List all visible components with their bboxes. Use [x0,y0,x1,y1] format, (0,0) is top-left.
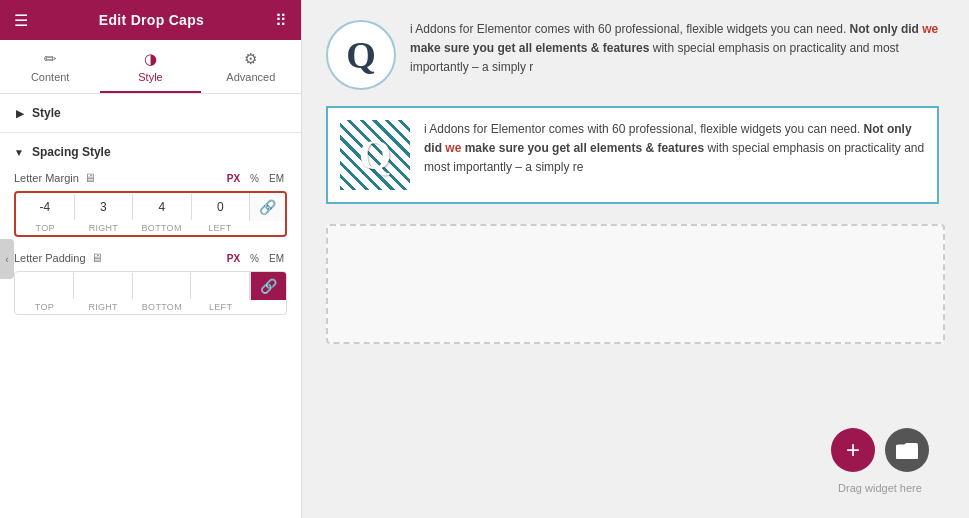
unit-px-margin[interactable]: PX [224,172,243,185]
tab-content[interactable]: ✏ Content [0,40,100,93]
margin-left-label: LEFT [191,223,249,233]
padding-link-button[interactable]: 🔗 [250,272,286,300]
drag-label: Drag widget here [838,482,922,494]
spacing-arrow: ▼ [14,147,24,158]
padding-right-label: RIGHT [74,302,133,312]
grid-icon[interactable]: ⠿ [275,11,287,30]
collapse-handle[interactable]: ‹ [0,239,14,279]
widget-text-1: i Addons for Elementor comes with 60 pro… [410,20,939,78]
preview-area: Q i Addons for Elementor comes with 60 p… [302,0,969,224]
letter-margin-label-row: Letter Margin 🖥 PX % EM [14,171,287,185]
unit-percent-padding[interactable]: % [247,252,262,265]
monitor-icon-padding: 🖥 [91,251,103,265]
left-panel: ☰ Edit Drop Caps ⠿ ✏ Content ◑ Style ⚙ A… [0,0,302,518]
margin-inputs-row: 🔗 [16,193,285,221]
margin-left-input[interactable] [192,194,250,220]
panel-body: ▶ Style ▼ Spacing Style Letter Margin 🖥 … [0,94,301,518]
style-section-header[interactable]: ▶ Style [0,94,301,133]
margin-bottom-input[interactable] [133,194,192,220]
right-panel: Q i Addons for Elementor comes with 60 p… [302,0,969,518]
padding-left-input[interactable] [191,273,250,299]
panel-header: ☰ Edit Drop Caps ⠿ [0,0,301,40]
letter-margin-inputs: 🔗 TOP RIGHT BOTTOM LEFT [14,191,287,237]
padding-bottom-label: BOTTOM [133,302,192,312]
widget-text-content-2: i Addons for Elementor comes with 60 pro… [424,122,924,174]
fab-area: + Drag widget here [831,428,929,494]
tabs-bar: ✏ Content ◑ Style ⚙ Advanced [0,40,301,94]
margin-link-button[interactable]: 🔗 [249,193,285,221]
padding-labels-row: TOP RIGHT BOTTOM LEFT [15,300,286,314]
svg-rect-0 [896,445,918,459]
fab-buttons: + [831,428,929,472]
monitor-icon: 🖥 [84,171,96,185]
style-section-label: Style [32,106,61,120]
letter-padding-label: Letter Padding 🖥 [14,251,103,265]
hamburger-icon[interactable]: ☰ [14,11,28,30]
unit-em-padding[interactable]: EM [266,252,287,265]
tab-style[interactable]: ◑ Style [100,40,200,93]
padding-left-label: LEFT [191,302,250,312]
padding-top-label: TOP [15,302,74,312]
letter-margin-label: Letter Margin 🖥 [14,171,96,185]
letter-padding-inputs: 🔗 TOP RIGHT BOTTOM LEFT [14,271,287,315]
letter-margin-control: Letter Margin 🖥 PX % EM � [14,171,287,237]
spacing-section-label: Spacing Style [32,145,111,159]
unit-percent-margin[interactable]: % [247,172,262,185]
style-section-arrow: ▶ [16,108,24,119]
padding-right-input[interactable] [74,273,133,299]
unit-px-padding[interactable]: PX [224,252,243,265]
padding-top-input[interactable] [15,273,74,299]
margin-top-input[interactable] [16,194,75,220]
tab-style-label: Style [138,71,162,83]
widget-text-content-1: i Addons for Elementor comes with 60 pro… [410,22,938,74]
content-tab-icon: ✏ [44,50,57,68]
widget-text-2: i Addons for Elementor comes with 60 pro… [424,120,925,178]
folder-icon [896,441,918,459]
unit-buttons-padding: PX % EM [224,252,287,265]
margin-top-label: TOP [16,223,74,233]
spacing-style-section: ▼ Spacing Style Letter Margin 🖥 PX % EM [0,133,301,341]
letter-padding-control: Letter Padding 🖥 PX % EM [14,251,287,315]
panel-title: Edit Drop Caps [99,12,204,28]
padding-bottom-input[interactable] [133,273,192,299]
drop-cap-circle-1: Q [326,20,396,90]
drop-zone [326,224,945,344]
drop-cap-teal-wrapper: Q [340,120,410,190]
tab-advanced-label: Advanced [226,71,275,83]
tab-advanced[interactable]: ⚙ Advanced [201,40,301,93]
advanced-tab-icon: ⚙ [244,50,257,68]
margin-right-label: RIGHT [74,223,132,233]
style-tab-icon: ◑ [144,50,157,68]
drop-cap-letter-1: Q [346,33,376,77]
widget-block-2: Q i Addons for Elementor comes with 60 p… [326,106,939,204]
drop-cap-letter-2: Q [359,131,392,179]
spacing-section-header[interactable]: ▼ Spacing Style [14,145,287,159]
unit-buttons-margin: PX % EM [224,172,287,185]
unit-em-margin[interactable]: EM [266,172,287,185]
letter-padding-label-row: Letter Padding 🖥 PX % EM [14,251,287,265]
margin-labels-row: TOP RIGHT BOTTOM LEFT [16,221,285,235]
margin-bottom-label: BOTTOM [133,223,191,233]
widget-block-1: Q i Addons for Elementor comes with 60 p… [326,20,939,90]
tab-content-label: Content [31,71,70,83]
folder-button[interactable] [885,428,929,472]
add-widget-button[interactable]: + [831,428,875,472]
padding-inputs-row: 🔗 [15,272,286,300]
margin-right-input[interactable] [75,194,134,220]
